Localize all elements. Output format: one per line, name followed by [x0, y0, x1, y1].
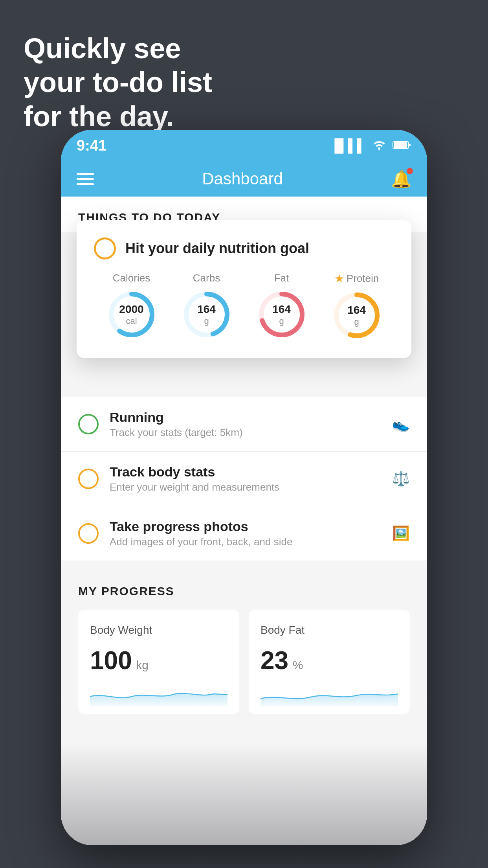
todo-name-photos: Take progress photos: [110, 519, 392, 534]
body-fat-label: Body Fat: [261, 624, 398, 636]
nutrition-fat: Fat 164 g: [256, 272, 307, 340]
fat-donut: 164 g: [256, 289, 307, 340]
body-weight-label: Body Weight: [90, 624, 227, 636]
nutrition-calories: Calories 2000 cal: [106, 272, 157, 340]
svg-rect-1: [394, 142, 407, 148]
calories-unit: cal: [119, 316, 143, 326]
nutrition-check-circle: [94, 237, 116, 259]
hamburger-menu[interactable]: [77, 173, 94, 185]
carbs-value: 164: [197, 303, 216, 316]
progress-cards: Body Weight 100 kg: [78, 610, 410, 714]
todo-name-running: Running: [110, 410, 392, 425]
calories-value: 2000: [119, 303, 143, 316]
running-icon: 👟: [392, 416, 410, 432]
star-icon: ★: [334, 272, 344, 285]
fat-value: 164: [272, 303, 291, 316]
todo-circle-running: [78, 414, 99, 434]
todo-sub-photos: Add images of your front, back, and side: [110, 536, 392, 548]
todo-name-body-stats: Track body stats: [110, 464, 392, 480]
protein-unit: g: [347, 317, 366, 327]
carbs-unit: g: [197, 316, 216, 326]
calories-label: Calories: [113, 272, 150, 284]
body-weight-value: 100: [90, 646, 132, 675]
headline-line3: for the day.: [24, 101, 174, 132]
protein-label: Protein: [347, 272, 379, 285]
todo-text-body-stats: Track body stats Enter your weight and m…: [110, 464, 392, 493]
carbs-label: Carbs: [193, 272, 220, 284]
body-weight-unit: kg: [136, 658, 149, 671]
body-fat-card: Body Fat 23 %: [249, 610, 410, 714]
status-icons: ▐▌▌▌: [330, 138, 411, 153]
nav-title: Dashboard: [202, 169, 283, 188]
fat-unit: g: [272, 316, 291, 326]
battery-icon: [393, 138, 411, 153]
scale-icon: ⚖️: [392, 471, 410, 487]
phone-shell: 9:41 ▐▌▌▌ Dashboard 🔔: [61, 130, 427, 845]
body-fat-wave: [261, 683, 398, 706]
todo-text-running: Running Track your stats (target: 5km): [110, 410, 392, 439]
calories-donut: 2000 cal: [106, 289, 157, 340]
todo-list: Running Track your stats (target: 5km) 👟…: [61, 397, 427, 561]
todo-sub-body-stats: Enter your weight and measurements: [110, 481, 392, 493]
todo-item-running[interactable]: Running Track your stats (target: 5km) 👟: [61, 397, 427, 452]
notification-bell[interactable]: 🔔: [391, 169, 411, 189]
nutrition-protein: ★ Protein 164 g: [331, 272, 382, 341]
content-area: THINGS TO DO TODAY Hit your daily nutrit…: [61, 197, 427, 845]
photo-icon: 🖼️: [392, 525, 410, 542]
nutrition-carbs: Carbs 164 g: [181, 272, 232, 340]
notification-dot: [407, 168, 413, 174]
fat-label: Fat: [274, 272, 289, 284]
protein-value: 164: [347, 303, 366, 317]
nutrition-grid: Calories 2000 cal Carbs: [94, 272, 394, 341]
nutrition-card: Hit your daily nutrition goal Calories 2…: [77, 220, 411, 358]
carbs-donut: 164 g: [181, 289, 232, 340]
status-bar: 9:41 ▐▌▌▌: [61, 130, 427, 161]
todo-item-photos[interactable]: Take progress photos Add images of your …: [61, 506, 427, 561]
progress-title: MY PROGRESS: [78, 585, 410, 598]
headline-line2: your to-do list: [24, 66, 212, 98]
todo-text-photos: Take progress photos Add images of your …: [110, 519, 392, 548]
progress-section: MY PROGRESS Body Weight 100 kg: [61, 561, 427, 730]
status-time: 9:41: [77, 137, 106, 154]
nutrition-card-title: Hit your daily nutrition goal: [125, 240, 309, 257]
body-weight-wave: [90, 683, 227, 706]
body-weight-card: Body Weight 100 kg: [78, 610, 239, 714]
todo-circle-body-stats: [78, 469, 99, 489]
protein-donut: 164 g: [331, 290, 382, 341]
svg-rect-2: [409, 144, 411, 146]
todo-sub-running: Track your stats (target: 5km): [110, 427, 392, 439]
signal-icon: ▐▌▌▌: [330, 138, 366, 153]
hero-headline: Quickly see your to-do list for the day.: [24, 31, 212, 133]
todo-item-body-stats[interactable]: Track body stats Enter your weight and m…: [61, 452, 427, 506]
body-fat-value: 23: [261, 646, 288, 675]
todo-circle-photos: [78, 523, 99, 544]
headline-line1: Quickly see: [24, 33, 181, 64]
body-fat-unit: %: [293, 658, 303, 671]
overlay: [61, 743, 427, 845]
wifi-icon: [372, 138, 386, 153]
nav-bar: Dashboard 🔔: [61, 161, 427, 197]
